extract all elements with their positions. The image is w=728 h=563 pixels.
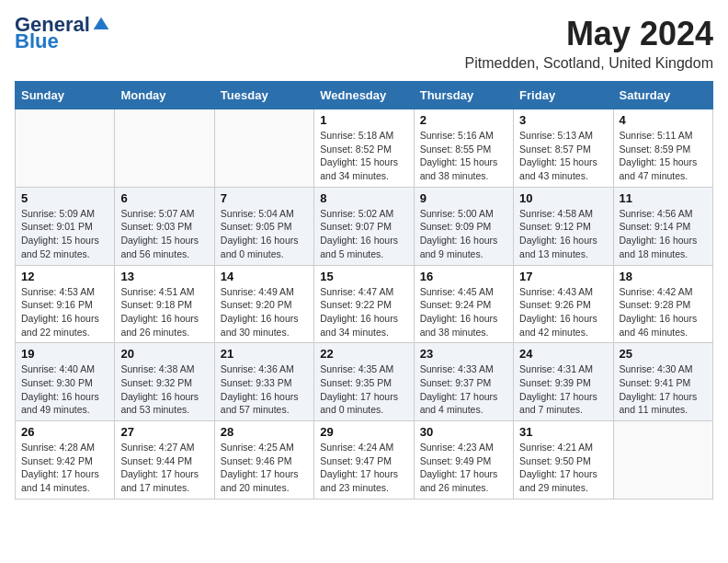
column-header-saturday: Saturday (613, 82, 712, 109)
calendar-cell: 24Sunrise: 4:31 AMSunset: 9:39 PMDayligh… (514, 343, 613, 421)
day-number: 15 (320, 270, 407, 283)
day-number: 31 (519, 425, 607, 439)
day-info: Sunrise: 4:47 AMSunset: 9:22 PMDaylight:… (320, 285, 407, 339)
calendar-cell: 13Sunrise: 4:51 AMSunset: 9:18 PMDayligh… (115, 265, 214, 343)
day-info: Sunrise: 5:00 AMSunset: 9:09 PMDaylight:… (420, 207, 507, 261)
day-number: 26 (21, 425, 108, 439)
column-header-friday: Friday (514, 82, 613, 109)
day-number: 22 (320, 347, 407, 361)
calendar-cell: 9Sunrise: 5:00 AMSunset: 9:09 PMDaylight… (414, 187, 513, 265)
calendar-cell (214, 109, 313, 188)
calendar-cell: 29Sunrise: 4:24 AMSunset: 9:47 PMDayligh… (314, 421, 414, 500)
calendar-cell: 16Sunrise: 4:45 AMSunset: 9:24 PMDayligh… (414, 265, 513, 343)
day-number: 4 (620, 113, 707, 127)
day-info: Sunrise: 5:13 AMSunset: 8:57 PMDaylight:… (519, 129, 607, 183)
calendar-cell (115, 109, 214, 188)
calendar-cell: 15Sunrise: 4:47 AMSunset: 9:22 PMDayligh… (314, 265, 414, 343)
day-number: 8 (320, 191, 407, 205)
calendar-cell: 3Sunrise: 5:13 AMSunset: 8:57 PMDaylight… (514, 109, 613, 188)
day-number: 3 (519, 113, 607, 127)
day-number: 27 (120, 425, 208, 439)
day-info: Sunrise: 5:04 AMSunset: 9:05 PMDaylight:… (221, 207, 308, 261)
svg-marker-0 (94, 17, 109, 29)
calendar-cell: 30Sunrise: 4:23 AMSunset: 9:49 PMDayligh… (414, 421, 513, 500)
day-info: Sunrise: 4:40 AMSunset: 9:30 PMDaylight:… (21, 362, 108, 417)
day-info: Sunrise: 4:23 AMSunset: 9:49 PMDaylight:… (420, 441, 507, 495)
day-number: 11 (620, 191, 707, 205)
day-number: 28 (221, 425, 308, 439)
logo-blue-text: Blue (15, 31, 59, 52)
day-info: Sunrise: 4:51 AMSunset: 9:18 PMDaylight:… (120, 285, 208, 339)
column-header-tuesday: Tuesday (214, 82, 313, 109)
day-info: Sunrise: 4:27 AMSunset: 9:44 PMDaylight:… (120, 441, 208, 495)
calendar-cell: 5Sunrise: 5:09 AMSunset: 9:01 PMDaylight… (16, 187, 115, 265)
day-number: 30 (420, 425, 507, 439)
calendar-cell: 10Sunrise: 4:58 AMSunset: 9:12 PMDayligh… (514, 187, 613, 265)
day-info: Sunrise: 4:53 AMSunset: 9:16 PMDaylight:… (21, 285, 108, 339)
day-info: Sunrise: 4:58 AMSunset: 9:12 PMDaylight:… (519, 207, 607, 261)
calendar-cell: 14Sunrise: 4:49 AMSunset: 9:20 PMDayligh… (214, 265, 313, 343)
day-info: Sunrise: 4:28 AMSunset: 9:42 PMDaylight:… (21, 441, 108, 495)
day-info: Sunrise: 4:33 AMSunset: 9:37 PMDaylight:… (420, 362, 507, 417)
calendar-cell: 2Sunrise: 5:16 AMSunset: 8:55 PMDaylight… (414, 109, 513, 188)
calendar-table: SundayMondayTuesdayWednesdayThursdayFrid… (15, 81, 713, 500)
title-block: May 2024 Pitmedden, Scotland, United Kin… (465, 15, 713, 72)
day-info: Sunrise: 5:18 AMSunset: 8:52 PMDaylight:… (320, 129, 407, 183)
calendar-cell: 18Sunrise: 4:42 AMSunset: 9:28 PMDayligh… (613, 265, 712, 343)
day-info: Sunrise: 4:43 AMSunset: 9:26 PMDaylight:… (519, 285, 607, 339)
day-info: Sunrise: 4:35 AMSunset: 9:35 PMDaylight:… (320, 362, 407, 417)
day-info: Sunrise: 4:31 AMSunset: 9:39 PMDaylight:… (519, 362, 607, 417)
column-header-monday: Monday (115, 82, 214, 109)
day-number: 12 (21, 270, 108, 283)
day-number: 23 (420, 347, 507, 361)
calendar-cell: 6Sunrise: 5:07 AMSunset: 9:03 PMDaylight… (115, 187, 214, 265)
calendar-cell: 31Sunrise: 4:21 AMSunset: 9:50 PMDayligh… (514, 421, 613, 500)
day-number: 17 (519, 270, 607, 283)
location-text: Pitmedden, Scotland, United Kingdom (465, 55, 713, 72)
day-number: 7 (221, 191, 308, 205)
day-number: 24 (519, 347, 607, 361)
logo-icon (92, 16, 110, 34)
column-header-sunday: Sunday (16, 82, 115, 109)
day-number: 16 (420, 270, 507, 283)
day-info: Sunrise: 5:16 AMSunset: 8:55 PMDaylight:… (420, 129, 507, 183)
day-info: Sunrise: 5:09 AMSunset: 9:01 PMDaylight:… (21, 207, 108, 261)
calendar-header-row: SundayMondayTuesdayWednesdayThursdayFrid… (16, 82, 713, 109)
day-number: 1 (320, 113, 407, 127)
day-info: Sunrise: 4:36 AMSunset: 9:33 PMDaylight:… (221, 362, 308, 417)
calendar-cell: 25Sunrise: 4:30 AMSunset: 9:41 PMDayligh… (613, 343, 712, 421)
week-row-5: 26Sunrise: 4:28 AMSunset: 9:42 PMDayligh… (16, 421, 713, 500)
day-info: Sunrise: 4:25 AMSunset: 9:46 PMDaylight:… (221, 441, 308, 495)
day-info: Sunrise: 4:38 AMSunset: 9:32 PMDaylight:… (120, 362, 208, 417)
calendar-cell: 28Sunrise: 4:25 AMSunset: 9:46 PMDayligh… (214, 421, 313, 500)
logo: General Blue (15, 15, 110, 52)
day-info: Sunrise: 5:11 AMSunset: 8:59 PMDaylight:… (620, 129, 707, 183)
calendar-cell: 7Sunrise: 5:04 AMSunset: 9:05 PMDaylight… (214, 187, 313, 265)
day-number: 9 (420, 191, 507, 205)
column-header-wednesday: Wednesday (314, 82, 414, 109)
calendar-cell: 1Sunrise: 5:18 AMSunset: 8:52 PMDaylight… (314, 109, 414, 188)
week-row-1: 1Sunrise: 5:18 AMSunset: 8:52 PMDaylight… (16, 109, 713, 188)
day-info: Sunrise: 5:07 AMSunset: 9:03 PMDaylight:… (120, 207, 208, 261)
calendar-cell: 21Sunrise: 4:36 AMSunset: 9:33 PMDayligh… (214, 343, 313, 421)
calendar-cell: 8Sunrise: 5:02 AMSunset: 9:07 PMDaylight… (314, 187, 414, 265)
day-number: 2 (420, 113, 507, 127)
calendar-cell (613, 421, 712, 500)
day-info: Sunrise: 4:49 AMSunset: 9:20 PMDaylight:… (221, 285, 308, 339)
calendar-cell: 26Sunrise: 4:28 AMSunset: 9:42 PMDayligh… (16, 421, 115, 500)
calendar-cell: 17Sunrise: 4:43 AMSunset: 9:26 PMDayligh… (514, 265, 613, 343)
day-info: Sunrise: 4:42 AMSunset: 9:28 PMDaylight:… (620, 285, 707, 339)
calendar-cell: 11Sunrise: 4:56 AMSunset: 9:14 PMDayligh… (613, 187, 712, 265)
calendar-cell: 23Sunrise: 4:33 AMSunset: 9:37 PMDayligh… (414, 343, 513, 421)
day-info: Sunrise: 4:56 AMSunset: 9:14 PMDaylight:… (620, 207, 707, 261)
day-number: 14 (221, 270, 308, 283)
day-number: 29 (320, 425, 407, 439)
week-row-2: 5Sunrise: 5:09 AMSunset: 9:01 PMDaylight… (16, 187, 713, 265)
week-row-4: 19Sunrise: 4:40 AMSunset: 9:30 PMDayligh… (16, 343, 713, 421)
day-number: 25 (620, 347, 707, 361)
day-number: 13 (120, 270, 208, 283)
day-number: 20 (120, 347, 208, 361)
calendar-cell: 19Sunrise: 4:40 AMSunset: 9:30 PMDayligh… (16, 343, 115, 421)
day-info: Sunrise: 4:30 AMSunset: 9:41 PMDaylight:… (620, 362, 707, 417)
page-header: General Blue May 2024 Pitmedden, Scotlan… (15, 15, 713, 72)
